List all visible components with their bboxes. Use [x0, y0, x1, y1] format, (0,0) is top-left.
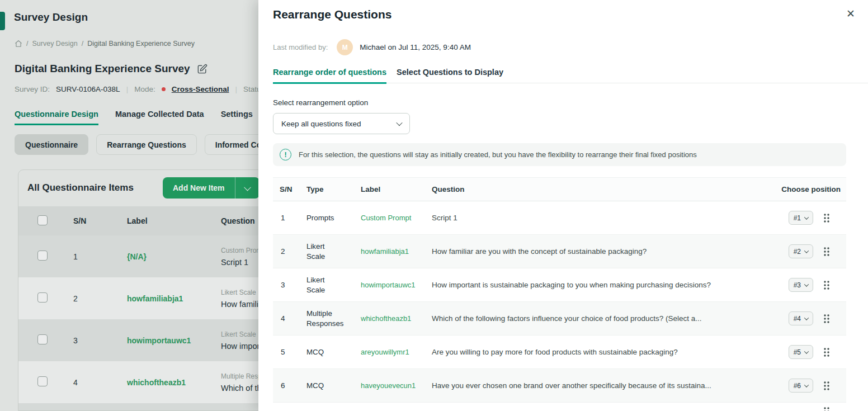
rearrangement-option-value: Keep all questions fixed	[281, 120, 361, 128]
rearrangement-option-select[interactable]: Keep all questions fixed	[273, 113, 410, 134]
drawer-tabs: Rearrange order of questions Select Ques…	[273, 68, 868, 83]
position-value: #4	[794, 315, 801, 323]
row-sn: 3	[273, 281, 300, 289]
avatar: M	[337, 39, 353, 55]
row-label-link[interactable]: whichoftheazb1	[354, 314, 425, 323]
position-value: #2	[794, 248, 801, 256]
rearrange-question-row: 1 Prompts Custom Prompt Script 1 #1	[273, 201, 846, 235]
drag-handle-icon[interactable]	[823, 381, 831, 391]
rearrange-question-row: 5 MCQ areyouwillymr1 Are you willing to …	[273, 336, 846, 369]
position-value: #1	[794, 214, 801, 222]
position-select[interactable]: #5	[789, 345, 813, 359]
rearrange-questions-drawer: Rearrange Questions ✕ Last modified by: …	[258, 0, 868, 411]
chevron-down-icon	[396, 120, 402, 126]
row-sn: 5	[273, 348, 300, 356]
row-type: Multiple Responses	[300, 309, 354, 328]
chevron-down-icon	[804, 248, 809, 253]
info-banner: ! For this selection, the questions will…	[273, 143, 846, 166]
row-sn: 2	[273, 247, 300, 256]
row-label-link[interactable]: howimportauwc1	[354, 281, 425, 289]
chevron-down-icon	[804, 315, 809, 320]
drawer-title: Rearrange Questions	[273, 8, 391, 21]
drag-handle-icon[interactable]	[823, 280, 831, 290]
row-position-cell: #1	[752, 211, 846, 225]
drag-handle-icon[interactable]	[823, 213, 831, 223]
row-type: MCQ	[300, 381, 354, 390]
header-type: Type	[300, 185, 354, 193]
row-sn: 6	[273, 381, 300, 390]
row-type: Likert Scale	[300, 242, 354, 261]
rearrange-question-row: 3 Likert Scale howimportauwc1 How import…	[273, 268, 846, 302]
row-position-cell: #5	[752, 345, 846, 359]
info-banner-text: For this selection, the questions will s…	[299, 150, 697, 159]
info-icon: !	[280, 149, 291, 160]
row-question-text: Have you ever chosen one brand over anot…	[425, 381, 752, 390]
tab-select-questions-to-display[interactable]: Select Questions to Display	[397, 68, 503, 84]
position-value: #3	[794, 281, 801, 289]
position-select[interactable]: #3	[789, 278, 813, 292]
row-position-cell: #4	[752, 311, 846, 325]
header-label: Label	[354, 185, 425, 193]
chevron-down-icon	[804, 349, 809, 353]
drag-handle-icon[interactable]	[823, 407, 831, 411]
drag-handle-icon[interactable]	[823, 314, 831, 324]
header-choose-position: Choose position	[752, 185, 846, 193]
position-select[interactable]: #1	[789, 211, 813, 225]
drag-handle-icon[interactable]	[823, 247, 831, 257]
position-select[interactable]: #2	[789, 244, 813, 258]
row-label-link[interactable]: howfamiliabja1	[354, 247, 425, 256]
drag-handle-icon[interactable]	[823, 347, 831, 357]
screen: Survey Design / Survey Design / Digital …	[0, 0, 868, 411]
last-modified-row: Last modified by: M Michael on Jul 11, 2…	[273, 39, 471, 55]
rearrange-table-body: 1 Prompts Custom Prompt Script 1 #1 2 Li…	[273, 201, 846, 403]
row-question-text: Which of the following factors influence…	[425, 314, 752, 323]
rearrange-table: S/N Type Label Question Choose position …	[273, 177, 846, 411]
position-value: #5	[794, 348, 801, 356]
position-value: #6	[794, 382, 801, 390]
rearrange-question-row: 4 Multiple Responses whichoftheazb1 Whic…	[273, 302, 846, 336]
row-question-text: Script 1	[425, 214, 752, 222]
row-sn: 4	[273, 314, 300, 323]
chevron-down-icon	[804, 215, 809, 219]
row-position-cell: #3	[752, 278, 846, 292]
rearrange-table-partial-row	[273, 403, 846, 411]
row-position-cell: #2	[752, 244, 846, 258]
rearrange-question-row: 6 MCQ haveyouevecun1 Have you ever chose…	[273, 369, 846, 403]
rearrange-table-header: S/N Type Label Question Choose position	[273, 177, 846, 201]
chevron-down-icon	[804, 282, 809, 286]
row-type: Likert Scale	[300, 275, 354, 295]
row-label-link[interactable]: haveyouevecun1	[354, 381, 425, 390]
header-sn: S/N	[273, 185, 300, 193]
chevron-down-icon	[804, 382, 809, 387]
last-modified-value: Michael on Jul 11, 2025, 9:40 AM	[360, 43, 471, 51]
row-question-text: How important is sustainable packaging t…	[425, 281, 752, 289]
position-select[interactable]: #4	[789, 311, 813, 325]
row-label-link[interactable]: areyouwillymr1	[354, 348, 425, 356]
position-select[interactable]: #6	[789, 379, 813, 393]
row-type: MCQ	[300, 347, 354, 357]
close-icon[interactable]: ✕	[843, 6, 858, 21]
row-position-cell: #6	[752, 379, 846, 393]
rearrangement-option-label: Select rearrangement option	[273, 98, 368, 107]
row-label-link[interactable]: Custom Prompt	[354, 214, 425, 222]
header-question: Question	[425, 185, 752, 193]
rearrange-question-row: 2 Likert Scale howfamiliabja1 How famili…	[273, 235, 846, 268]
row-sn: 1	[273, 214, 300, 222]
tab-rearrange-order[interactable]: Rearrange order of questions	[273, 68, 386, 84]
row-question-text: Are you willing to pay more for food pro…	[425, 348, 752, 356]
row-type: Prompts	[300, 213, 354, 223]
row-question-text: How familiar are you with the concept of…	[425, 247, 752, 256]
last-modified-label: Last modified by:	[273, 43, 328, 51]
